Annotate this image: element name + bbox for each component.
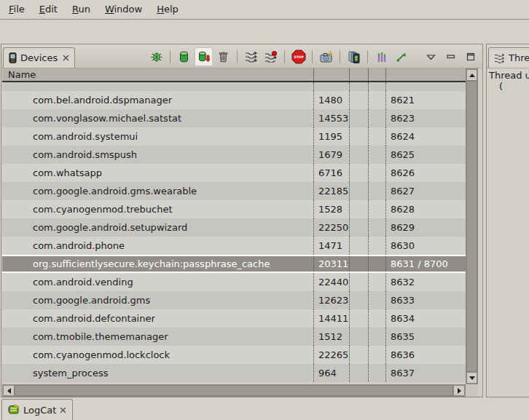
view-menu-icon[interactable] bbox=[422, 47, 440, 66]
scroll-down-button[interactable] bbox=[466, 372, 477, 384]
process-port: 8626 bbox=[385, 164, 466, 182]
horizontal-scrollbar[interactable] bbox=[2, 384, 466, 397]
column-header-3[interactable] bbox=[368, 68, 385, 81]
process-pid: 22440 bbox=[313, 273, 349, 291]
process-pid: 964 bbox=[313, 364, 349, 382]
column-header-2[interactable] bbox=[349, 68, 368, 81]
empty-cell bbox=[349, 82, 368, 91]
column-header-port[interactable] bbox=[385, 68, 466, 81]
menu-file[interactable]: File bbox=[1, 0, 32, 19]
arrow-up-icon bbox=[469, 74, 475, 77]
column-header-pid[interactable] bbox=[313, 68, 349, 81]
process-port: 8633 bbox=[385, 291, 466, 309]
stop-process-icon[interactable]: STOP bbox=[289, 47, 307, 66]
device-phone-icon bbox=[9, 52, 17, 63]
table-row[interactable]: com.android.vending 22440 8632 bbox=[2, 273, 466, 291]
table-row[interactable]: com.google.android.setupwizard 22250 862… bbox=[2, 218, 466, 237]
table-row[interactable]: com.android.smspush 1679 8625 bbox=[2, 146, 466, 164]
dump-hprof-icon[interactable] bbox=[195, 47, 213, 66]
empty-cell bbox=[368, 291, 385, 309]
empty-cell bbox=[349, 182, 368, 200]
process-port: 8624 bbox=[385, 127, 466, 146]
horizontal-scroll-thumb[interactable] bbox=[15, 385, 453, 396]
table-row[interactable]: com.android.systemui 1195 8624 bbox=[2, 127, 466, 146]
table-header: Name bbox=[2, 68, 466, 82]
toolbar-separator bbox=[170, 50, 171, 63]
empty-cell bbox=[368, 146, 385, 164]
menu-run[interactable]: Run bbox=[65, 0, 98, 19]
maximize-icon[interactable] bbox=[461, 47, 479, 66]
cause-gc-icon[interactable] bbox=[214, 47, 232, 66]
table-row[interactable]: com.cyanogenmod.trebuchet 1528 8628 bbox=[2, 200, 466, 218]
systrace-icon[interactable] bbox=[392, 47, 410, 66]
table-row[interactable]: com.android.phone 1471 8630 bbox=[2, 237, 466, 255]
method-profiling-icon[interactable] bbox=[262, 47, 280, 66]
threads-message-line1: Thread up bbox=[487, 68, 529, 81]
tab-devices[interactable]: Devices bbox=[3, 47, 75, 68]
debug-attach-icon[interactable] bbox=[147, 47, 165, 66]
table-row[interactable]: com.bel.android.dspmanager 1480 8621 bbox=[2, 91, 466, 109]
table-row[interactable]: com.cyanogenmod.lockclock 22265 8636 bbox=[2, 346, 466, 364]
heap-update-icon[interactable] bbox=[175, 47, 193, 66]
empty-cell bbox=[368, 273, 385, 291]
empty-cell bbox=[368, 364, 385, 382]
menu-window[interactable]: Window bbox=[98, 0, 149, 19]
toolbar-separator bbox=[284, 50, 285, 63]
process-port: 8631 / 8700 bbox=[385, 256, 466, 272]
empty-cell bbox=[368, 309, 385, 328]
ddms-window: File Edit Run Window Help Devices bbox=[0, 0, 529, 420]
minimize-icon[interactable] bbox=[442, 47, 460, 66]
screen-capture-icon[interactable] bbox=[317, 47, 335, 66]
process-name: com.android.smspush bbox=[2, 146, 313, 164]
process-pid: 20311 bbox=[313, 256, 349, 272]
process-pid: 22185 bbox=[313, 182, 349, 200]
table-row[interactable]: com.google.android.gms 12623 8633 bbox=[2, 291, 466, 309]
tab-threads[interactable]: Threa bbox=[488, 47, 529, 68]
arrow-down-icon bbox=[469, 376, 475, 380]
process-name: com.android.systemui bbox=[2, 127, 313, 146]
update-threads-icon[interactable] bbox=[242, 47, 260, 66]
table-row[interactable]: com.google.android.gms.wearable 22185 86… bbox=[2, 182, 466, 200]
vertical-scroll-thumb[interactable] bbox=[466, 81, 477, 372]
scrollbar-corner bbox=[466, 384, 478, 397]
empty-cell bbox=[349, 164, 368, 182]
scroll-right-button[interactable] bbox=[453, 385, 465, 396]
menu-edit[interactable]: Edit bbox=[32, 0, 65, 19]
empty-cell bbox=[368, 328, 385, 346]
table-row[interactable]: com.android.defcontainer 14411 8634 bbox=[2, 309, 466, 328]
close-icon[interactable] bbox=[60, 405, 66, 416]
table-row[interactable]: com.tmobile.thememanager 1512 8635 bbox=[2, 328, 466, 346]
empty-cell bbox=[349, 328, 368, 346]
view-hierarchy-icon[interactable] bbox=[345, 47, 363, 66]
table-row[interactable]: com.vonglasow.michael.satstat 14553 8623 bbox=[2, 109, 466, 127]
process-port: 8637 bbox=[385, 364, 466, 382]
table-row[interactable]: system_process 964 8637 bbox=[2, 364, 466, 382]
tab-threads-label: Threa bbox=[509, 52, 529, 63]
empty-cell bbox=[368, 182, 385, 200]
process-pid: 22250 bbox=[313, 218, 349, 237]
process-pid: 14553 bbox=[313, 109, 349, 127]
empty-cell bbox=[385, 82, 466, 91]
table-row[interactable]: com.whatsapp 6716 8626 bbox=[2, 164, 466, 182]
table-body: com.bel.android.dspmanager 1480 8621 com… bbox=[2, 82, 466, 384]
process-pid: 6716 bbox=[313, 164, 349, 182]
empty-cell bbox=[349, 218, 368, 237]
process-pid: 14411 bbox=[313, 309, 349, 328]
partial-row bbox=[2, 82, 466, 91]
tab-logcat[interactable]: LogCat bbox=[1, 399, 73, 420]
main-toolbar-empty bbox=[0, 20, 529, 43]
column-header-name[interactable]: Name bbox=[2, 68, 313, 81]
empty-cell bbox=[368, 256, 385, 272]
vertical-scrollbar[interactable] bbox=[466, 68, 478, 384]
opengl-trace-icon[interactable] bbox=[372, 47, 391, 66]
empty-cell bbox=[368, 237, 385, 255]
empty-cell bbox=[368, 91, 385, 109]
scroll-left-button[interactable] bbox=[3, 385, 15, 396]
table-row[interactable]: org.sufficientlysecure.keychain:passphra… bbox=[2, 255, 466, 273]
close-icon[interactable] bbox=[63, 55, 69, 61]
menu-help[interactable]: Help bbox=[149, 0, 186, 19]
process-name: com.google.android.setupwizard bbox=[2, 218, 313, 237]
empty-cell bbox=[349, 127, 368, 146]
scroll-up-button[interactable] bbox=[466, 69, 477, 81]
empty-cell bbox=[368, 109, 385, 127]
